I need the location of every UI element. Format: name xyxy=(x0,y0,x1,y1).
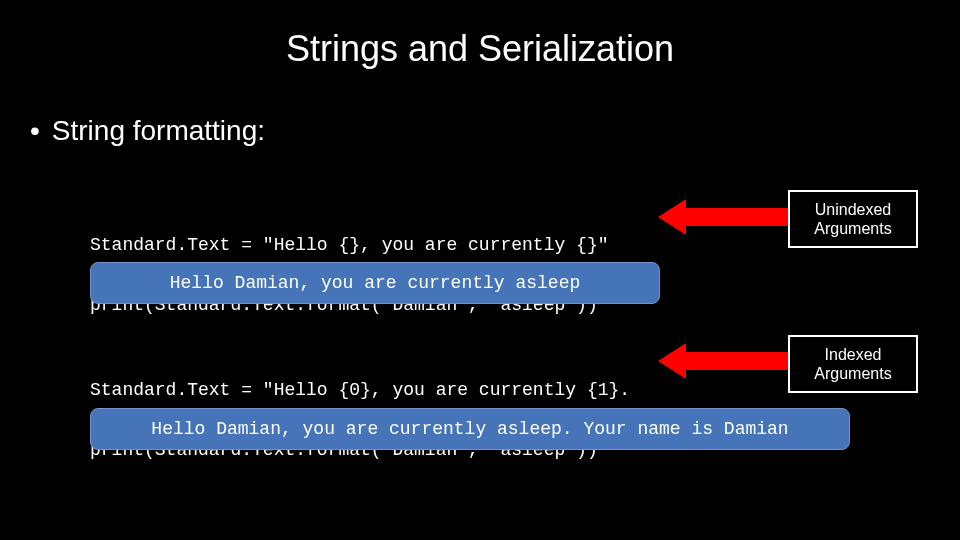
label-indexed: Indexed Arguments xyxy=(788,335,918,393)
label-unindexed: Unindexed Arguments xyxy=(788,190,918,248)
label-line: Arguments xyxy=(804,219,902,238)
bullet-text: String formatting: xyxy=(52,115,265,147)
label-line: Unindexed xyxy=(804,200,902,219)
slide-title: Strings and Serialization xyxy=(0,28,960,70)
code-line: Standard.Text = "Hello {}, you are curre… xyxy=(90,235,608,255)
label-line: Arguments xyxy=(804,364,902,383)
code-line: Standard.Text = "Hello {0}, you are curr… xyxy=(90,380,630,400)
slide: Strings and Serialization • String forma… xyxy=(0,0,960,540)
arrow-body xyxy=(684,352,788,370)
arrow-head-icon xyxy=(658,199,686,235)
bullet-item: • String formatting: xyxy=(30,115,265,147)
arrow-body xyxy=(684,208,788,226)
label-line: Indexed xyxy=(804,345,902,364)
result-indexed: Hello Damian, you are currently asleep. … xyxy=(90,408,850,450)
bullet-dot-icon: • xyxy=(30,115,40,147)
result-unindexed: Hello Damian, you are currently asleep xyxy=(90,262,660,304)
arrow-head-icon xyxy=(658,343,686,379)
